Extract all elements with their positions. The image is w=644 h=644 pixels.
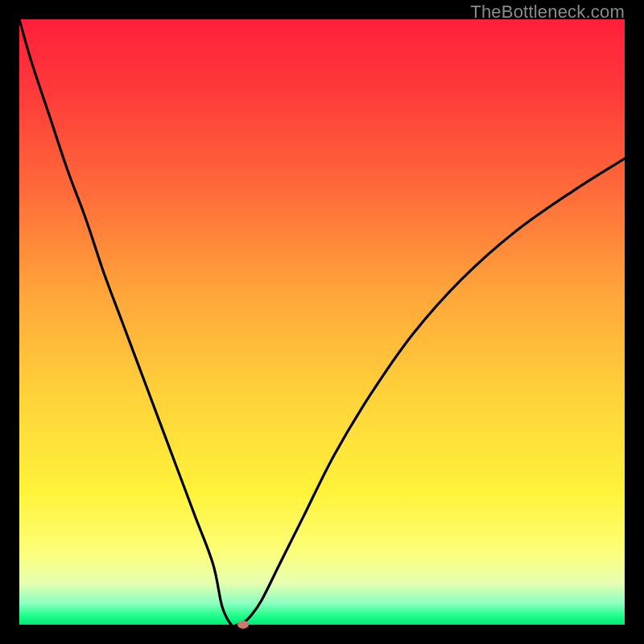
bottleneck-curve [19, 19, 625, 625]
optimal-point-marker [237, 621, 249, 629]
watermark-text: TheBottleneck.com [470, 2, 625, 23]
chart-frame [19, 19, 625, 625]
